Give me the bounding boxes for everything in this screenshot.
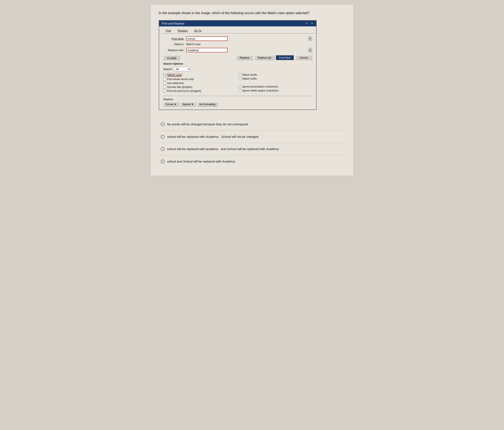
sounds-like-label: Sounds like (English) [167, 85, 192, 89]
match-suffix-checkbox[interactable] [239, 77, 241, 80]
options-value: Match Case [186, 43, 200, 46]
b-school: school [167, 135, 176, 138]
replace-dropdown-arrow[interactable]: ▼ [308, 48, 312, 52]
ignore-ws-checkbox[interactable] [239, 89, 241, 92]
checkbox-match-case: ✓ Match case [163, 73, 237, 77]
options-row: Options: Match Case [163, 43, 312, 46]
c-academy2: Academy [266, 147, 279, 151]
ignore-ws-label: Ignore white-space characters [243, 89, 279, 92]
checkbox-ignore-ws: Ignore white-space characters [239, 89, 312, 92]
no-formatting-label: No Formatting [199, 103, 215, 106]
radio-c[interactable] [161, 147, 164, 151]
tab-find[interactable]: Find [162, 28, 174, 33]
answer-option-b[interactable]: school will be replaced with Academy . S… [159, 131, 345, 143]
special-label: Special [182, 103, 190, 106]
d-text1: and [177, 160, 183, 163]
replace-with-input[interactable] [186, 48, 228, 52]
c-school2: School [227, 147, 237, 151]
action-buttons: << Less Replace Replace All Find Next Ca… [163, 55, 312, 60]
checkbox-word-forms: Find all word forms (English) [163, 89, 237, 93]
b-text2: . [220, 135, 221, 138]
find-next-button[interactable]: Find Next [276, 55, 294, 60]
right-checkboxes: Match prefix Match suffix Ignore punctua… [239, 73, 312, 93]
ignore-punct-checkbox[interactable] [239, 85, 241, 88]
special-button[interactable]: Special ▼ [180, 102, 196, 107]
main-container: In the example shown in the image, which… [150, 4, 354, 176]
tab-replace[interactable]: Replace [174, 28, 191, 33]
match-prefix-label: Match prefix [243, 73, 257, 76]
sounds-like-checkbox[interactable] [163, 86, 166, 88]
find-whole-label: Find whole words only [167, 78, 194, 81]
left-checkboxes: ✓ Match case Find whole words only Use w… [163, 73, 237, 93]
d-text2: will be replaced with [193, 160, 222, 163]
find-whole-checkbox[interactable] [163, 78, 166, 81]
replace-section-label: Replace [163, 98, 312, 101]
find-input-wrapper: ▼ [186, 36, 312, 41]
titlebar-controls: ? × [305, 22, 314, 25]
close-button[interactable]: × [310, 22, 314, 25]
answer-option-d[interactable]: school and School will be replaced with … [159, 156, 345, 168]
answer-text-c: school will be replaced with academy , a… [167, 147, 343, 152]
word-forms-checkbox[interactable] [163, 90, 166, 92]
find-what-input[interactable] [186, 36, 228, 41]
b-text3: will not be changed. [232, 135, 259, 138]
search-dropdown[interactable]: All [174, 67, 190, 71]
c-text1: will be replaced with [177, 147, 206, 151]
help-button[interactable]: ? [305, 22, 308, 25]
checkbox-match-prefix: Match prefix [239, 73, 312, 77]
match-case-label: Match case [167, 73, 182, 77]
radio-a[interactable] [161, 122, 164, 126]
replace-with-label: Replace with: [163, 49, 186, 52]
replace-section: Replace Format ▼ Special ▼ No Formatting [163, 96, 312, 107]
match-suffix-label: Match suffix [243, 77, 257, 80]
replace-button[interactable]: Replace [236, 55, 253, 60]
replace-with-row: Replace with: ▼ [163, 48, 312, 52]
radio-d[interactable] [161, 160, 164, 163]
answer-text-a: No words will be changed because they do… [167, 122, 343, 127]
d-text3: . [236, 160, 237, 163]
b-text1: will be replaced with [177, 135, 206, 138]
b-school2: School [221, 135, 231, 138]
dialog-tabs: Find Replace Go To [159, 26, 316, 33]
format-arrow-icon: ▼ [174, 103, 177, 106]
checkbox-find-whole: Find whole words only [163, 77, 237, 81]
no-formatting-button[interactable]: No Formatting [197, 102, 217, 107]
match-case-checkbox[interactable]: ✓ [163, 73, 166, 76]
dialog-title: Find and Replace [162, 22, 184, 25]
replace-input-wrapper: ▼ [186, 48, 312, 52]
replace-all-button[interactable]: Replace All [254, 55, 274, 60]
checkboxes-grid: ✓ Match case Find whole words only Use w… [163, 73, 312, 93]
format-button[interactable]: Format ▼ [163, 102, 179, 107]
cancel-button[interactable]: Cancel [296, 55, 312, 60]
c-school: school [167, 147, 176, 151]
match-prefix-checkbox[interactable] [239, 73, 241, 76]
checkbox-sounds-like: Sounds like (English) [163, 85, 237, 89]
wildcards-checkbox[interactable] [163, 82, 166, 84]
find-dropdown-arrow[interactable]: ▼ [308, 36, 312, 41]
checkbox-match-suffix: Match suffix [239, 77, 312, 81]
question-text: In the example shown in the image, which… [159, 11, 345, 16]
special-arrow-icon: ▼ [191, 103, 194, 106]
c-academy: academy [206, 147, 218, 151]
radio-b[interactable] [161, 135, 164, 139]
d-academy: Academy [222, 160, 235, 163]
checkbox-wildcards: Use wildcards [163, 81, 237, 85]
checkbox-ignore-punct: Ignore punctuation characters [239, 85, 312, 89]
less-button[interactable]: << Less [163, 55, 180, 60]
dialog-body: Find what: ▼ Options: Match Case Replace… [159, 33, 316, 110]
search-row: Search: All [163, 67, 312, 71]
find-what-row: Find what: ▼ [163, 36, 312, 41]
c-text4: . [280, 147, 281, 151]
word-forms-label: Find all word forms (English) [167, 89, 201, 92]
answer-text-d: school and School will be replaced with … [167, 159, 343, 164]
options-label: Options: [163, 43, 186, 46]
c-text3: will be replaced with [237, 147, 266, 151]
answer-option-a[interactable]: No words will be changed because they do… [159, 118, 345, 131]
answer-text-b: school will be replaced with Academy . S… [167, 135, 343, 139]
answer-option-c[interactable]: school will be replaced with academy , a… [159, 143, 345, 156]
wildcards-label: Use wildcards [167, 82, 184, 85]
ignore-punct-label: Ignore punctuation characters [243, 85, 278, 88]
find-replace-dialog: Find and Replace ? × Find Replace Go To … [159, 20, 317, 110]
tab-goto[interactable]: Go To [191, 28, 205, 33]
search-label: Search: [163, 68, 173, 71]
